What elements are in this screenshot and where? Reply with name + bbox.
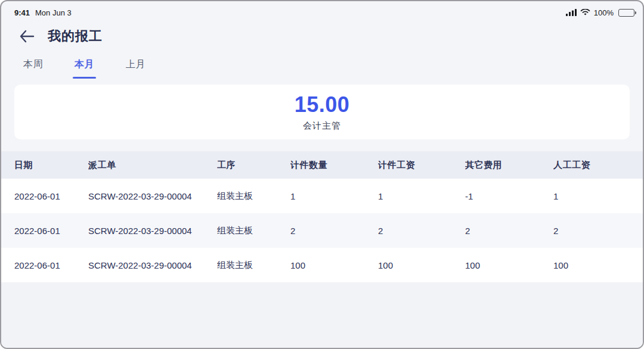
cell-date: 2022-06-01 [1,191,88,201]
cell-piece-wage: 100 [378,260,465,270]
back-button[interactable] [17,26,37,46]
col-header-other-fee: 其它费用 [465,160,553,171]
cell-piece-wage: 1 [378,191,465,201]
cell-labor-wage: 2 [553,226,644,236]
page-title: 我的报工 [48,27,103,45]
tab-this-week[interactable]: 本周 [23,58,43,81]
table-row[interactable]: 2022-06-01 SCRW-2022-03-29-00004 组装主板 2 … [1,213,643,248]
col-header-piece-qty: 计件数量 [290,160,378,171]
cell-date: 2022-06-01 [1,226,88,236]
col-header-piece-wage: 计件工资 [378,160,465,171]
table-row[interactable]: 2022-06-01 SCRW-2022-03-29-00004 组装主板 10… [1,248,643,282]
tab-bar: 本周 本月 上月 [1,50,643,81]
summary-role-label: 会计主管 [303,120,341,132]
table-header-row: 日期 派工单 工序 计件数量 计件工资 其它费用 人工工资 [1,151,643,179]
cell-labor-wage: 1 [553,191,644,201]
back-arrow-icon [19,30,35,43]
status-bar: 9:41 Mon Jun 3 100% [1,1,643,19]
summary-card: 15.00 会计主管 [14,85,630,139]
cell-date: 2022-06-01 [1,260,88,270]
cell-other-fee: 100 [465,260,553,270]
status-time: 9:41 [14,8,30,17]
nav-header: 我的报工 [1,19,643,50]
cell-process: 组装主板 [217,191,290,202]
cell-labor-wage: 100 [553,260,644,270]
cell-piece-wage: 2 [378,226,465,236]
cell-other-fee: 2 [465,226,553,236]
summary-amount: 15.00 [295,92,350,117]
cell-piece-qty: 2 [290,226,378,236]
cell-dispatch-order: SCRW-2022-03-29-00004 [88,260,217,270]
status-bar-left: 9:41 Mon Jun 3 [14,8,72,17]
battery-icon [618,9,634,17]
tab-last-month[interactable]: 上月 [126,58,145,81]
table-row[interactable]: 2022-06-01 SCRW-2022-03-29-00004 组装主板 1 … [1,179,643,213]
app-window: 9:41 Mon Jun 3 100% [0,0,644,349]
content-area-empty [1,282,643,348]
cell-piece-qty: 1 [290,191,378,201]
col-header-date: 日期 [1,160,88,171]
report-table: 日期 派工单 工序 计件数量 计件工资 其它费用 人工工资 2022-06-01… [1,151,643,282]
status-date: Mon Jun 3 [35,8,72,17]
cellular-signal-icon [566,9,577,16]
status-bar-right: 100% [566,8,634,17]
cell-dispatch-order: SCRW-2022-03-29-00004 [88,191,217,201]
tab-this-month[interactable]: 本月 [75,58,94,81]
cell-other-fee: -1 [465,191,553,201]
cell-process: 组装主板 [217,260,290,271]
col-header-dispatch-order: 派工单 [88,160,217,171]
cell-process: 组装主板 [217,225,290,236]
cell-dispatch-order: SCRW-2022-03-29-00004 [88,226,217,236]
col-header-process: 工序 [217,160,290,171]
cell-piece-qty: 100 [290,260,378,270]
wifi-icon [580,9,590,16]
col-header-labor-wage: 人工工资 [553,160,644,171]
battery-percent: 100% [594,8,614,17]
